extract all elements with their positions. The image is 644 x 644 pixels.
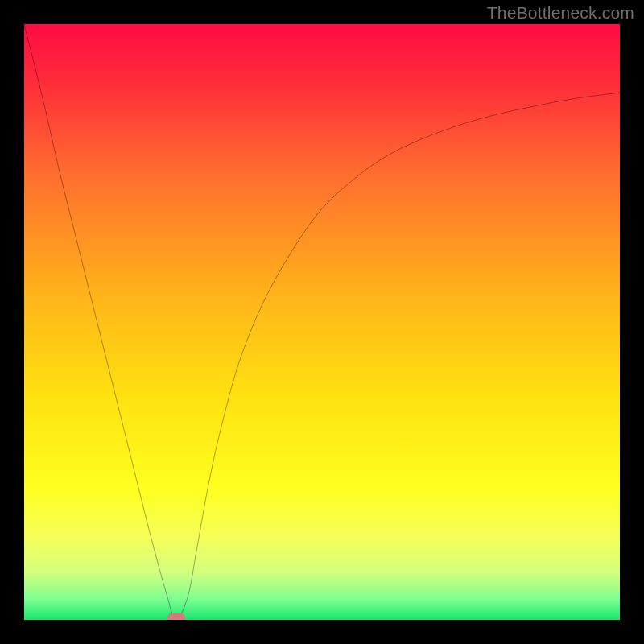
plot-area <box>24 24 620 620</box>
chart-frame: TheBottleneck.com <box>0 0 644 644</box>
minimum-marker <box>167 613 185 620</box>
watermark-text: TheBottleneck.com <box>487 3 634 23</box>
bottleneck-curve <box>24 24 620 620</box>
